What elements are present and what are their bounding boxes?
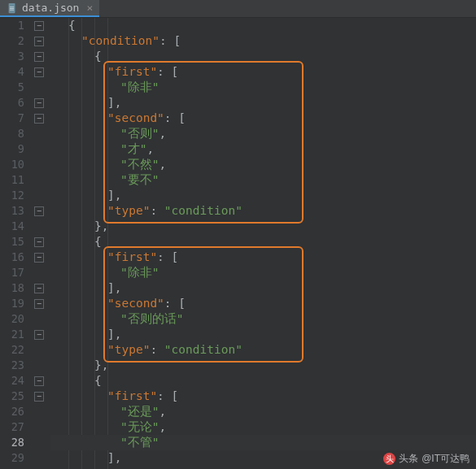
code-line: { [55,234,476,250]
line-number: 23 [0,358,24,373]
code-line: "second": [ [55,296,476,311]
fold-marker[interactable] [34,98,44,108]
code-line: ], [55,280,476,296]
fold-gutter [29,18,50,469]
line-number: 15 [0,234,24,250]
code-line: ], [55,327,476,342]
line-number: 5 [0,80,24,95]
line-number: 29 [0,450,24,466]
code-line: "first": [ [55,389,476,404]
fold-marker[interactable] [34,52,44,62]
code-line: }, [55,219,476,234]
fold-marker[interactable] [34,330,44,340]
line-number: 6 [0,95,24,111]
line-number: 7 [0,111,24,126]
fold-marker[interactable] [34,392,44,402]
line-number: 8 [0,126,24,141]
code-line: "除非" [55,80,476,95]
line-number: 20 [0,311,24,327]
line-number: 11 [0,172,24,188]
editor: 1234567891011121314151617181920212223242… [0,18,476,469]
svg-rect-3 [10,7,14,7]
code-line: "condition": [ [55,33,476,49]
line-number: 3 [0,49,24,64]
line-number: 4 [0,64,24,80]
code-line: "first": [ [55,250,476,265]
code-line: "type": "condition" [55,342,476,358]
code-line: "不管" [55,435,476,450]
line-number: 1 [0,18,24,33]
code-line: "不然", [55,157,476,172]
line-number: 2 [0,33,24,49]
line-number: 27 [0,419,24,435]
line-number: 9 [0,141,24,157]
code-line: { [55,373,476,389]
tab-close-icon[interactable]: × [86,2,93,14]
code-line: "type": "condition" [55,203,476,219]
code-line: { [55,49,476,64]
code-line: "first": [ [55,64,476,80]
fold-marker[interactable] [34,299,44,309]
watermark: 头 头条 @IT可达鸭 [383,452,469,466]
code-line: "否则", [55,126,476,141]
line-number: 12 [0,188,24,203]
file-tab[interactable]: data.json × [0,0,99,17]
watermark-prefix: 头条 [399,452,418,466]
line-number: 25 [0,389,24,404]
line-number: 24 [0,373,24,389]
fold-marker[interactable] [34,21,44,31]
fold-marker[interactable] [34,376,44,386]
svg-rect-2 [10,9,14,10]
fold-marker[interactable] [34,67,44,77]
line-number: 16 [0,250,24,265]
fold-marker[interactable] [34,253,44,263]
fold-marker[interactable] [34,284,44,293]
tab-filename: data.json [22,2,79,14]
code-line: "要不" [55,172,476,188]
watermark-handle: @IT可达鸭 [421,452,469,466]
code-line: }, [55,358,476,373]
fold-marker[interactable] [34,37,44,46]
line-number: 10 [0,157,24,172]
line-number: 18 [0,280,24,296]
code-line: "除非" [55,265,476,280]
line-number: 13 [0,203,24,219]
line-number: 22 [0,342,24,358]
code-line: { [55,18,476,33]
code-line: "还是", [55,404,476,419]
line-number: 21 [0,327,24,342]
line-number: 28 [0,435,24,450]
json-file-icon [7,2,18,14]
tab-bar: data.json × [0,0,476,18]
code-line: "才", [55,141,476,157]
code-line: "否则的话" [55,311,476,327]
line-number-gutter: 1234567891011121314151617181920212223242… [0,18,29,469]
watermark-icon: 头 [383,453,395,465]
line-number: 19 [0,296,24,311]
code-area[interactable]: {"condition": [{"first": ["除非"],"second"… [50,18,476,469]
line-number: 17 [0,265,24,280]
fold-marker[interactable] [34,206,44,216]
fold-marker[interactable] [34,237,44,247]
code-line: ], [55,95,476,111]
svg-rect-1 [10,8,14,9]
code-line: ], [55,188,476,203]
fold-marker[interactable] [34,114,44,124]
code-line: "无论", [55,419,476,435]
line-number: 14 [0,219,24,234]
line-number: 26 [0,404,24,419]
code-line: "second": [ [55,111,476,126]
